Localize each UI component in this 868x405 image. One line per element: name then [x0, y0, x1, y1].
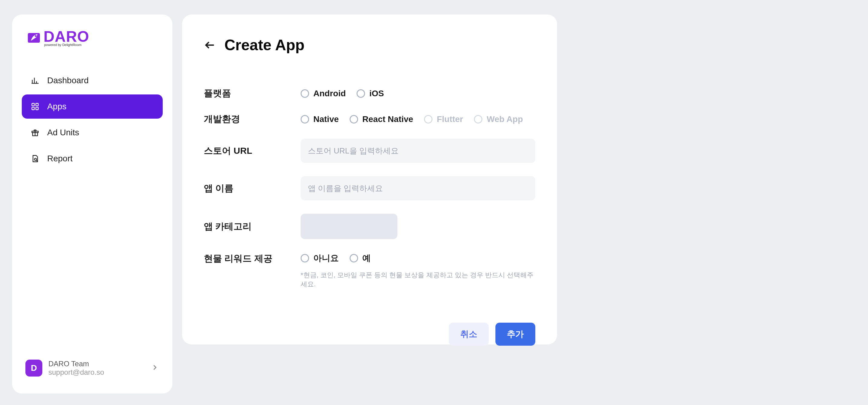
reward-radio-no[interactable]: 아니요 [301, 253, 339, 264]
radio-label: Native [313, 114, 339, 124]
sidebar-item-label: Apps [47, 102, 66, 111]
form-actions: 취소 추가 [204, 323, 535, 346]
store-url-input[interactable] [301, 139, 535, 163]
rocket-icon [27, 31, 41, 45]
chart-bar-icon [30, 76, 40, 85]
brand-name: DARO [43, 29, 89, 44]
back-button[interactable] [204, 39, 216, 51]
sidebar-item-dashboard[interactable]: Dashboard [22, 68, 163, 93]
platform-radio-group: Android iOS [301, 89, 535, 98]
radio-label: Web App [487, 114, 523, 124]
sidebar: DARO powered by DelightRoom Dashboard [12, 15, 173, 394]
sidebar-item-ad-units[interactable]: Ad Units [22, 120, 163, 145]
radio-label: 아니요 [313, 253, 339, 264]
page-header: Create App [204, 36, 535, 54]
page-title: Create App [224, 36, 305, 54]
store-url-label: 스토어 URL [204, 145, 301, 157]
devenv-radio-group: Native React Native Flutter Web App [301, 114, 535, 124]
user-email: support@daro.so [49, 368, 145, 377]
svg-rect-5 [32, 104, 34, 106]
radio-icon [301, 254, 309, 262]
submit-button[interactable]: 추가 [495, 323, 535, 346]
sidebar-item-report[interactable]: Report [22, 146, 163, 171]
category-select[interactable] [301, 214, 397, 239]
platform-label: 플랫폼 [204, 87, 301, 99]
category-label: 앱 카테고리 [204, 220, 301, 233]
radio-label: Android [313, 89, 346, 98]
reward-radio-group: 아니요 예 [301, 253, 535, 264]
reward-hint: *현금, 코인, 모바일 쿠폰 등의 현물 보상을 제공하고 있는 경우 반드시… [301, 270, 535, 289]
reward-label: 현물 리워드 제공 [204, 253, 301, 265]
arrow-left-icon [204, 39, 216, 51]
app-name-input[interactable] [301, 176, 535, 200]
platform-radio-android[interactable]: Android [301, 89, 346, 98]
svg-line-13 [36, 160, 37, 161]
radio-icon [350, 115, 358, 123]
radio-icon [301, 89, 309, 98]
sidebar-item-label: Ad Units [47, 128, 79, 138]
sidebar-nav: Dashboard Apps Ad Units [22, 68, 163, 171]
gift-icon [30, 128, 40, 138]
radio-label: 예 [362, 253, 371, 264]
svg-rect-7 [32, 107, 34, 110]
document-search-icon [30, 154, 40, 164]
create-app-form: 플랫폼 Android iOS 개발환경 [204, 87, 535, 346]
reward-radio-yes[interactable]: 예 [350, 253, 371, 264]
radio-icon [424, 115, 433, 123]
devenv-radio-flutter: Flutter [424, 114, 463, 124]
radio-label: iOS [369, 89, 384, 98]
radio-icon [301, 115, 309, 123]
platform-radio-ios[interactable]: iOS [356, 89, 384, 98]
svg-rect-6 [36, 104, 38, 106]
main-content: Create App 플랫폼 Android iOS 개발환경 [182, 15, 557, 344]
user-name: DARO Team [49, 359, 145, 368]
grid-icon [30, 102, 40, 111]
avatar: D [25, 359, 42, 377]
radio-icon [350, 254, 358, 262]
brand-tagline: powered by DelightRoom [44, 43, 89, 47]
devenv-radio-web-app: Web App [474, 114, 523, 124]
svg-point-0 [35, 35, 37, 37]
devenv-radio-react-native[interactable]: React Native [350, 114, 413, 124]
radio-icon [356, 89, 365, 98]
radio-label: React Native [362, 114, 413, 124]
sidebar-item-label: Dashboard [47, 76, 89, 85]
app-name-label: 앱 이름 [204, 182, 301, 195]
sidebar-item-label: Report [47, 154, 72, 164]
sidebar-item-apps[interactable]: Apps [22, 94, 163, 119]
radio-icon [474, 115, 483, 123]
chevron-right-icon [151, 363, 159, 373]
svg-rect-8 [36, 107, 38, 110]
cancel-button[interactable]: 취소 [449, 323, 489, 346]
radio-label: Flutter [437, 114, 463, 124]
brand-logo[interactable]: DARO powered by DelightRoom [22, 29, 163, 47]
devenv-label: 개발환경 [204, 113, 301, 125]
user-account-footer[interactable]: D DARO Team support@daro.so [22, 355, 163, 381]
devenv-radio-native[interactable]: Native [301, 114, 339, 124]
